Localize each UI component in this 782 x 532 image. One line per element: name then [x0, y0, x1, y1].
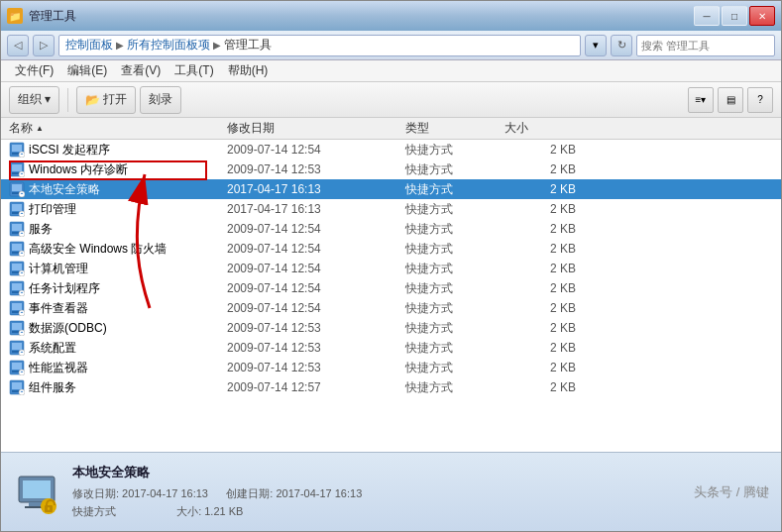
- file-row[interactable]: 事件查看器2009-07-14 12:54快捷方式2 KB: [1, 298, 781, 318]
- file-date: 2017-04-17 16:13: [227, 182, 405, 196]
- window: 📁 管理工具 ─ □ ✕ ◁ ▷ 控制面板 ▶ 所有控制面板项 ▶ 管理工具 ▾…: [0, 0, 782, 532]
- sort-indicator: ▲: [36, 124, 44, 133]
- file-size: 2 KB: [504, 202, 584, 216]
- file-type: 快捷方式: [405, 181, 504, 198]
- file-icon: [9, 340, 25, 356]
- file-name: iSCSI 发起程序: [29, 142, 227, 159]
- panel-icon: ▤: [726, 94, 735, 105]
- col-header-name[interactable]: 名称 ▲: [9, 120, 227, 137]
- file-row[interactable]: iSCSI 发起程序2009-07-14 12:54快捷方式2 KB: [1, 140, 781, 160]
- svg-rect-49: [12, 382, 22, 389]
- minimize-button[interactable]: ─: [694, 6, 720, 26]
- svg-rect-17: [12, 224, 22, 231]
- toolbar-separator-1: [67, 88, 68, 112]
- svg-rect-21: [12, 244, 22, 251]
- menu-tools[interactable]: 工具(T): [168, 60, 219, 81]
- file-row[interactable]: 计算机管理2009-07-14 12:54快捷方式2 KB: [1, 259, 781, 278]
- file-size: 2 KB: [504, 143, 584, 157]
- col-header-size[interactable]: 大小: [504, 120, 584, 137]
- file-name: 计算机管理: [29, 261, 227, 277]
- file-icon: [9, 379, 25, 395]
- file-row[interactable]: 系统配置2009-07-14 12:53快捷方式2 KB: [1, 338, 781, 358]
- file-name: 服务: [29, 221, 227, 238]
- file-date: 2009-07-14 12:54: [227, 262, 405, 275]
- burn-button[interactable]: 刻录: [140, 86, 181, 114]
- file-type: 快捷方式: [405, 360, 504, 376]
- file-date: 2009-07-14 12:53: [227, 361, 405, 374]
- breadcrumb-control-panel[interactable]: 控制面板: [65, 37, 113, 53]
- file-row[interactable]: Windows 内存诊断2009-07-14 12:53快捷方式2 KB: [1, 160, 781, 179]
- watermark: 头条号 / 腾键: [694, 483, 769, 501]
- file-name: 高级安全 Windows 防火墙: [29, 241, 227, 258]
- file-type: 快捷方式: [405, 201, 504, 218]
- forward-button[interactable]: ▷: [33, 35, 55, 56]
- file-row[interactable]: 服务2009-07-14 12:54快捷方式2 KB: [1, 219, 781, 239]
- svg-rect-25: [12, 264, 22, 270]
- organize-button[interactable]: 组织 ▾: [9, 86, 59, 114]
- refresh-button[interactable]: ↻: [611, 35, 632, 56]
- svg-rect-33: [12, 303, 22, 310]
- file-date: 2009-07-14 12:54: [227, 281, 405, 295]
- file-date: 2017-04-17 16:13: [227, 202, 405, 216]
- address-dropdown-button[interactable]: ▾: [585, 35, 607, 56]
- window-icon: 📁: [7, 8, 23, 24]
- restore-button[interactable]: □: [722, 6, 747, 26]
- file-icon: [9, 300, 25, 316]
- menu-help[interactable]: 帮助(H): [222, 60, 275, 81]
- file-row[interactable]: 本地安全策略2017-04-17 16:13快捷方式2 KB: [1, 179, 781, 199]
- open-label: 打开: [103, 91, 127, 108]
- file-row[interactable]: 任务计划程序2009-07-14 12:54快捷方式2 KB: [1, 278, 781, 298]
- breadcrumb-sep-2: ▶: [213, 40, 221, 51]
- file-name: 打印管理: [29, 201, 227, 218]
- window-title: 管理工具: [23, 8, 694, 25]
- file-date: 2009-07-14 12:53: [227, 321, 405, 335]
- file-size: 2 KB: [504, 321, 584, 335]
- svg-rect-58: [48, 507, 50, 510]
- open-button[interactable]: 📂 打开: [76, 86, 136, 114]
- file-icon: [9, 360, 25, 375]
- col-header-type[interactable]: 类型: [405, 120, 504, 137]
- breadcrumb-all-items[interactable]: 所有控制面板项: [127, 37, 210, 53]
- file-icon: [9, 280, 25, 296]
- menu-file[interactable]: 文件(F): [9, 60, 59, 81]
- column-headers: 名称 ▲ 修改日期 类型 大小: [1, 118, 781, 140]
- view-dropdown-button[interactable]: ≡▾: [688, 87, 714, 113]
- panel-button[interactable]: ▤: [718, 87, 743, 113]
- menu-view[interactable]: 查看(V): [115, 60, 167, 81]
- file-row[interactable]: 打印管理2017-04-17 16:13快捷方式2 KB: [1, 199, 781, 219]
- organize-label: 组织 ▾: [18, 91, 51, 108]
- file-row[interactable]: 高级安全 Windows 防火墙2009-07-14 12:54快捷方式2 KB: [1, 239, 781, 259]
- file-row[interactable]: 组件服务2009-07-14 12:57快捷方式2 KB: [1, 377, 781, 397]
- file-date: 2009-07-14 12:53: [227, 341, 405, 355]
- svg-rect-53: [23, 480, 51, 498]
- toolbar: 组织 ▾ 📂 打开 刻录 ≡▾ ▤ ?: [1, 82, 781, 118]
- menu-edit[interactable]: 编辑(E): [61, 60, 113, 81]
- breadcrumb-current: 管理工具: [224, 37, 272, 53]
- file-row[interactable]: 性能监视器2009-07-14 12:53快捷方式2 KB: [1, 358, 781, 377]
- svg-rect-41: [12, 343, 22, 350]
- toolbar-right: ≡▾ ▤ ?: [688, 87, 773, 113]
- file-name: 本地安全策略: [29, 181, 227, 198]
- burn-label: 刻录: [149, 91, 172, 108]
- file-list: iSCSI 发起程序2009-07-14 12:54快捷方式2 KB Windo…: [1, 140, 781, 452]
- svg-rect-5: [12, 164, 22, 171]
- help-button[interactable]: ?: [747, 87, 773, 113]
- file-row[interactable]: 数据源(ODBC)2009-07-14 12:53快捷方式2 KB: [1, 318, 781, 338]
- col-header-date[interactable]: 修改日期: [227, 120, 405, 137]
- title-bar: 📁 管理工具 ─ □ ✕: [1, 1, 781, 31]
- status-filename: 本地安全策略: [72, 464, 682, 481]
- file-icon: [9, 320, 25, 336]
- file-name: 数据源(ODBC): [29, 320, 227, 337]
- close-button[interactable]: ✕: [749, 6, 775, 26]
- file-date: 2009-07-14 12:53: [227, 162, 405, 176]
- breadcrumb-bar: 控制面板 ▶ 所有控制面板项 ▶ 管理工具: [58, 35, 581, 56]
- file-type: 快捷方式: [405, 221, 504, 238]
- back-button[interactable]: ◁: [7, 35, 29, 56]
- file-type: 快捷方式: [405, 261, 504, 277]
- status-type-size: 快捷方式 大小: 1.21 KB: [72, 503, 682, 521]
- file-size: 2 KB: [504, 162, 584, 176]
- file-size: 2 KB: [504, 262, 584, 275]
- search-input[interactable]: [641, 40, 778, 52]
- svg-rect-29: [12, 283, 22, 290]
- file-name: Windows 内存诊断: [29, 161, 227, 178]
